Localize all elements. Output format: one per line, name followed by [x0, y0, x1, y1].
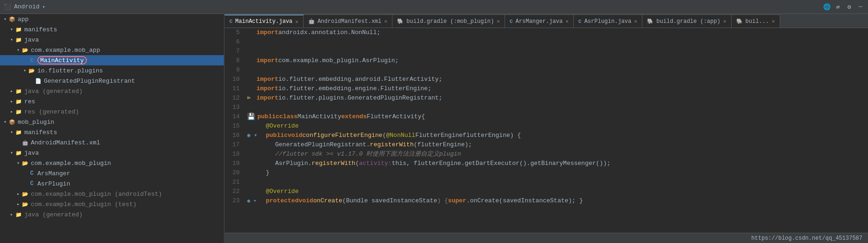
- tab-asrplugin-icon: C: [578, 19, 582, 24]
- line-num-6: 6: [228, 37, 240, 47]
- sidebar-item-arsmanger[interactable]: C ArsManger: [0, 168, 224, 179]
- module-icon: 📦: [8, 15, 16, 23]
- sync-icon[interactable]: ⇄: [834, 3, 842, 11]
- sidebar-item-mob-manifests[interactable]: 📁 manifests: [0, 127, 224, 137]
- kw-super-23: super: [448, 196, 466, 206]
- tab-asrplugin-close[interactable]: ✕: [634, 18, 637, 24]
- tab-gradle-icon: 🐘: [397, 18, 404, 24]
- settings-icon[interactable]: ⚙: [846, 3, 853, 11]
- res-generated-label: res (generated): [24, 108, 79, 115]
- line-num-19: 19: [228, 159, 240, 168]
- param-name-16: flutterEngine: [462, 131, 510, 140]
- tab-asrplugin[interactable]: C AsrPlugin.java ✕: [574, 14, 642, 28]
- sidebar-item-mob-androidtest[interactable]: 📂 com.example.mob_plugin (androidTest): [0, 189, 224, 199]
- tab-androidmanifest[interactable]: 🤖 AndroidManifest.xml ✕: [304, 14, 392, 28]
- sidebar-item-mob-com-plugin[interactable]: 📂 com.example.mob_plugin: [0, 158, 224, 168]
- import-path-10: io.flutter.embedding.android.FlutterActi…: [278, 75, 442, 84]
- line-num-22: 22: [228, 187, 240, 196]
- gutter-16: ◉ ▾: [247, 131, 256, 140]
- sidebar-item-flutter-plugins[interactable]: 📂 io.flutter.plugins: [0, 65, 224, 76]
- sidebar-item-asrplugin[interactable]: C AsrPlugin: [0, 179, 224, 189]
- arrow-mob-androidtest: [15, 191, 21, 197]
- mob-package-icon: 📂: [21, 159, 29, 167]
- sidebar-item-res[interactable]: 📁 res: [0, 96, 224, 107]
- tab-build-extra[interactable]: 🐘 buil... ✕: [732, 14, 780, 28]
- tab-build-gradle-plugin-close[interactable]: ✕: [497, 18, 500, 24]
- earth-icon[interactable]: 🌐: [823, 3, 831, 11]
- arrow-manifests: [8, 26, 15, 33]
- kw-import-12: import: [256, 93, 278, 103]
- params-23: (Bundle savedInstanceState: [342, 196, 437, 206]
- arrow-mob-java: [8, 150, 15, 156]
- main-area: 📦 app 📁 manifests 📁 java 📂 com.example.m…: [0, 14, 868, 243]
- tab-build-gradle-app-close[interactable]: ✕: [723, 18, 726, 24]
- top-bar-right: 🌐 ⇄ ⚙ ─: [823, 3, 864, 11]
- sidebar-item-androidmanifest[interactable]: 🤖 AndroidManifest.xml: [0, 137, 224, 148]
- androidtest-icon: 📂: [21, 190, 29, 198]
- tab-build-extra-close[interactable]: ✕: [772, 18, 775, 24]
- mainactivity-circle: MainActivity: [37, 56, 87, 64]
- mob-java-gen-icon: 📁: [15, 211, 22, 218]
- tab-arsmanger-close[interactable]: ✕: [565, 18, 569, 24]
- brace-20: }: [266, 168, 270, 178]
- sidebar-item-mob-java-generated[interactable]: 📁 java (generated): [0, 209, 224, 220]
- tab-asrplugin-label: AsrPlugin.java: [584, 18, 632, 25]
- sidebar-item-mob-plugin[interactable]: 📦 mob_plugin: [0, 117, 224, 127]
- line-num-8: 8: [228, 56, 240, 65]
- code-line-7: [247, 47, 868, 56]
- call-17: (flutterEngine);: [413, 140, 472, 150]
- annotation-15: @Override: [266, 122, 299, 131]
- gutter-14: 💾: [247, 112, 256, 122]
- package-icon: 📂: [21, 46, 29, 54]
- line-num-21: 21: [228, 178, 240, 187]
- tab-mainactivity-close[interactable]: ✕: [295, 19, 299, 25]
- sidebar-item-mob-test[interactable]: 📂 com.example.mob_plugin (test): [0, 199, 224, 209]
- code-line-22: @Override: [247, 187, 868, 196]
- sidebar-item-mainactivity[interactable]: C MainActivity: [0, 55, 224, 65]
- sidebar-item-com-example[interactable]: 📂 com.example.mob_app: [0, 45, 224, 55]
- super-call-23: .onCreate(savedInstanceState); }: [466, 196, 583, 206]
- tab-mainactivity[interactable]: C MainActivity.java ✕: [225, 14, 304, 28]
- kw-import-5: import: [256, 28, 278, 37]
- mainactivity-label: MainActivity: [40, 57, 84, 64]
- import-path-12: io.flutter.plugins.GeneratedPluginRegist…: [278, 93, 442, 103]
- code-line-23: ◉ ▾ protected void onCreate(Bundle saved…: [247, 196, 868, 206]
- asrplugin-icon: C: [28, 180, 36, 187]
- sidebar-item-res-generated[interactable]: 📁 res (generated): [0, 107, 224, 117]
- import-path-8: com.example.mob_plugin.AsrPlugin;: [278, 56, 398, 65]
- kw-import-11: import: [256, 84, 278, 93]
- sidebar-item-generated-plugin[interactable]: 📄 GeneratedPluginRegistrant: [0, 76, 224, 86]
- sidebar-item-app-manifests[interactable]: 📁 manifests: [0, 24, 224, 35]
- tab-build-gradle-app[interactable]: 🐘 build.gradle (:app) ✕: [642, 14, 731, 28]
- code-line-12: ⊳ import io.flutter.plugins.GeneratedPlu…: [247, 93, 868, 103]
- line-num-10: 10: [228, 75, 240, 84]
- sidebar-item-app[interactable]: 📦 app: [0, 14, 224, 24]
- dot-19: .: [308, 159, 312, 168]
- tab-arsmanger[interactable]: C ArsManger.java ✕: [505, 14, 574, 28]
- arrow-java-gen: [8, 88, 15, 94]
- mob-manifests-folder-icon: 📁: [15, 129, 22, 136]
- kw-public-16: public: [266, 131, 288, 140]
- annotation-22: @Override: [266, 187, 299, 196]
- minimize-icon[interactable]: ─: [857, 3, 864, 11]
- paren-close-16: ) {: [510, 131, 521, 140]
- space-param-23: ) {: [437, 196, 448, 206]
- kw-void-23: void: [299, 196, 313, 206]
- sidebar-item-mob-java[interactable]: 📁 java: [0, 148, 224, 158]
- sidebar-item-java-generated[interactable]: 📁 java (generated): [0, 86, 224, 96]
- sidebar-item-app-java[interactable]: 📁 java: [0, 35, 224, 45]
- arrow-java: [8, 36, 15, 43]
- import-path-5: androidx.annotation.NonNull;: [278, 28, 380, 37]
- method-call-17: registerWith: [370, 140, 414, 150]
- androidmanifest-label: AndroidManifest.xml: [31, 139, 100, 146]
- code-line-17: GeneratedPluginRegistrant.registerWith(f…: [247, 140, 868, 150]
- tab-build-gradle-plugin[interactable]: 🐘 build.gradle (:mob_plugin) ✕: [392, 14, 505, 28]
- code-line-8: import com.example.mob_plugin.AsrPlugin;: [247, 56, 868, 65]
- code-line-10: import io.flutter.embedding.android.Flut…: [247, 75, 868, 84]
- arsmanger-icon: C: [28, 170, 36, 177]
- code-line-14: 💾 public class MainActivity extends Flut…: [247, 112, 868, 122]
- arrow-mob-test: [15, 201, 21, 207]
- tab-androidmanifest-close[interactable]: ✕: [384, 18, 387, 24]
- mob-plugin-label: mob_plugin: [18, 119, 54, 126]
- tab-extra-icon: 🐘: [736, 18, 743, 24]
